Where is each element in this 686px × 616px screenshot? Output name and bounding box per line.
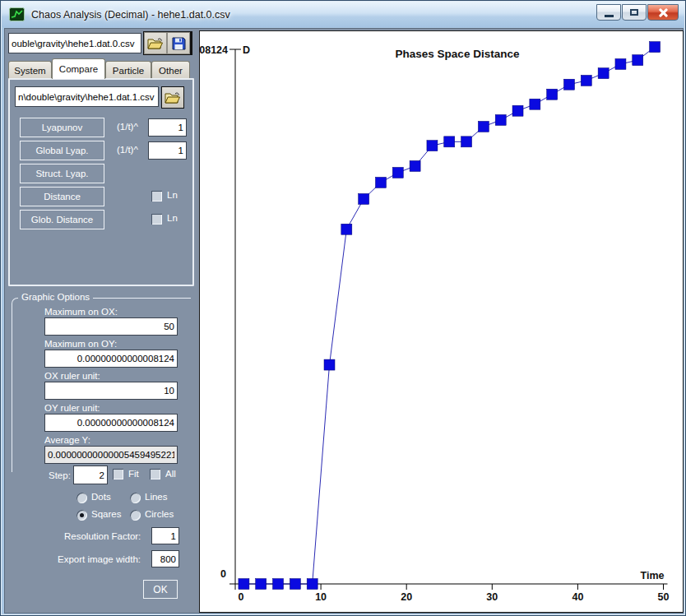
folder-open-icon xyxy=(147,37,164,50)
lyapunov-exponent-input[interactable] xyxy=(148,118,187,137)
tab-particle-label: Particle xyxy=(113,66,144,76)
folder-open-icon xyxy=(165,91,181,104)
oy-ruler-unit-input[interactable] xyxy=(44,414,178,432)
radio-circles-label: Circles xyxy=(145,509,174,519)
average-y-output xyxy=(44,446,178,464)
svg-text:0: 0 xyxy=(220,568,226,580)
maximum-ox-label: Maximum on OX: xyxy=(44,307,118,317)
tab-other[interactable]: Other xyxy=(151,61,190,79)
struct-lyapunov-button[interactable]: Struct. Lyap. xyxy=(20,164,104,183)
maximize-icon xyxy=(630,9,638,16)
all-checkbox[interactable] xyxy=(150,469,160,479)
svg-text:D: D xyxy=(243,44,250,56)
radio-sqares-label: Sqares xyxy=(91,509,121,519)
tab-compare[interactable]: Compare xyxy=(52,58,105,79)
save-file-button[interactable] xyxy=(167,32,190,54)
step-input[interactable] xyxy=(73,465,108,484)
app-window: Chaos Analysis (Decimal) - hehe1.dat.0.c… xyxy=(0,0,686,616)
phase-space-distance-chart: Phases Space Distance08124D001020304050T… xyxy=(200,31,683,612)
fit-checkbox[interactable] xyxy=(113,469,123,479)
global-lyapunov-button[interactable]: Global Lyap. xyxy=(20,141,104,160)
global-lyapunov-exponent-label: (1/t)^ xyxy=(117,145,151,155)
distance-ln-label: Ln xyxy=(167,190,178,200)
tab-system[interactable]: System xyxy=(8,61,52,79)
ox-ruler-unit-input[interactable] xyxy=(44,382,178,400)
maximize-button[interactable] xyxy=(622,4,647,21)
save-icon xyxy=(172,37,186,50)
titlebar[interactable]: Chaos Analysis (Decimal) - hehe1.dat.0.c… xyxy=(2,2,684,27)
lyapunov-button[interactable]: Lyapunov xyxy=(20,118,104,137)
distance-button[interactable]: Distance xyxy=(20,187,104,206)
lyapunov-exponent-label: (1/t)^ xyxy=(117,122,151,132)
compare-file-input[interactable] xyxy=(15,86,159,107)
radio-dots[interactable] xyxy=(76,493,87,503)
app-icon xyxy=(9,7,25,21)
fit-label: Fit xyxy=(128,469,139,479)
all-label: All xyxy=(165,469,176,479)
radio-dots-label: Dots xyxy=(91,492,111,502)
tab-other-label: Other xyxy=(159,66,183,76)
maximum-oy-input[interactable] xyxy=(44,350,178,368)
minimize-icon xyxy=(605,15,614,17)
close-button[interactable] xyxy=(647,4,679,21)
tab-system-label: System xyxy=(14,66,45,76)
global-distance-ln-checkbox[interactable] xyxy=(151,214,162,225)
svg-text:Phases Space Distance: Phases Space Distance xyxy=(396,48,520,60)
oy-ruler-unit-label: OY ruler unit: xyxy=(44,403,100,413)
svg-text:50: 50 xyxy=(658,591,670,603)
global-distance-ln-label: Ln xyxy=(167,213,178,223)
ok-button[interactable]: OK xyxy=(143,580,178,599)
source-file-input[interactable] xyxy=(8,33,141,53)
svg-text:30: 30 xyxy=(486,591,498,603)
radio-sqares[interactable] xyxy=(76,510,87,521)
svg-text:10: 10 xyxy=(315,591,327,603)
maximum-ox-input[interactable] xyxy=(44,317,178,336)
window-controls xyxy=(596,4,679,21)
compare-tab-page: Lyapunov (1/t)^ Global Lyap. (1/t)^ Stru… xyxy=(8,78,194,286)
maximum-oy-label: Maximum on OY: xyxy=(44,339,117,349)
close-icon xyxy=(658,8,668,16)
tab-particle[interactable]: Particle xyxy=(105,61,151,79)
file-toolbar xyxy=(143,31,192,55)
global-lyapunov-exponent-input[interactable] xyxy=(148,141,187,160)
compare-open-file-button[interactable] xyxy=(161,86,184,109)
minimize-button[interactable] xyxy=(596,4,621,21)
radio-circles[interactable] xyxy=(130,510,141,521)
global-distance-button[interactable]: Glob. Distance xyxy=(20,210,104,229)
svg-text:08124: 08124 xyxy=(200,44,228,56)
radio-lines-label: Lines xyxy=(145,492,168,502)
svg-text:0: 0 xyxy=(239,591,244,603)
resolution-factor-label: Resolution Factor: xyxy=(64,531,141,541)
distance-ln-checkbox[interactable] xyxy=(151,191,162,201)
tab-compare-label: Compare xyxy=(59,64,98,74)
resolution-factor-input[interactable] xyxy=(151,527,179,544)
svg-text:40: 40 xyxy=(572,591,583,603)
open-file-button[interactable] xyxy=(144,32,167,54)
average-y-label: Average Y: xyxy=(44,435,90,445)
window-title: Chaos Analysis (Decimal) - hehe1.dat.0.c… xyxy=(31,9,230,21)
export-image-width-input[interactable] xyxy=(151,550,179,567)
client-area: System Compare Particle Other Lyapunov (… xyxy=(4,28,684,614)
graphic-options-title: Graphic Options xyxy=(18,292,93,302)
svg-text:20: 20 xyxy=(401,591,412,603)
ox-ruler-unit-label: OX ruler unit: xyxy=(44,371,100,381)
radio-lines[interactable] xyxy=(130,493,141,503)
export-image-width-label: Export image width: xyxy=(58,554,141,564)
chart-panel: Phases Space Distance08124D001020304050T… xyxy=(199,30,684,613)
step-label: Step: xyxy=(49,470,71,480)
svg-text:Time: Time xyxy=(641,570,665,581)
